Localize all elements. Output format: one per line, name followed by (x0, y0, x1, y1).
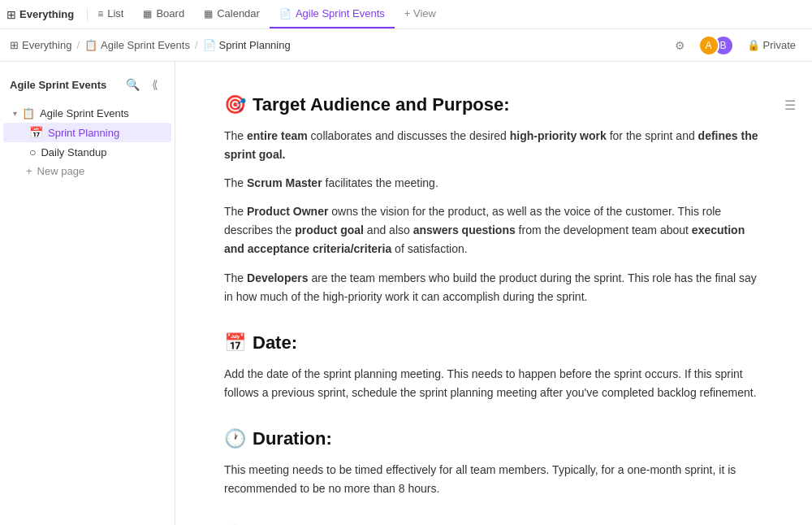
everything-label: Everything (19, 8, 74, 20)
tab-add-view[interactable]: + View (395, 0, 446, 28)
sidebar: Agile Sprint Events 🔍 ⟪ ▾ 📋 Agile Sprint… (0, 62, 175, 525)
tab-add-view-label: + View (404, 7, 436, 20)
bold-answers-questions: answers questions (413, 223, 516, 236)
sidebar-add-new-label: New page (37, 165, 85, 177)
content-area: ☰ 🎯 Target Audience and Purpose: The ent… (175, 62, 812, 525)
page-icon-breadcrumb: 📄 (203, 39, 216, 51)
grid-icon-breadcrumb: ⊞ (10, 39, 19, 51)
heading-target-audience: 🎯 Target Audience and Purpose: (224, 94, 763, 115)
tab-agile-label: Agile Sprint Events (296, 7, 385, 20)
bold-product-owner: Product Owner (247, 205, 328, 218)
sidebar-collapse-button[interactable]: ⟪ (145, 75, 165, 94)
sidebar-add-new-page[interactable]: + New page (3, 162, 171, 180)
private-button[interactable]: 🔒 Private (741, 36, 802, 54)
sidebar-actions: 🔍 ⟪ (123, 75, 165, 94)
plus-icon: + (26, 165, 32, 177)
section-date: 📅 Date: Add the date of the sprint plann… (224, 332, 763, 402)
breadcrumb-bar: ⊞ Everything / 📋 Agile Sprint Events / 📄… (0, 29, 812, 62)
heading-target-audience-text: Target Audience and Purpose: (253, 94, 510, 115)
paragraph-ta-2: The Scrum Master facilitates the meeting… (224, 174, 763, 193)
search-icon: 🔍 (126, 78, 140, 91)
breadcrumb-everything-label: Everything (22, 39, 71, 51)
sidebar-item-daily-standup[interactable]: ○ Daily Standup (3, 142, 171, 162)
lock-icon: 🔒 (747, 39, 760, 51)
section-duration: 🕐 Duration: This meeting needs to be tim… (224, 428, 763, 498)
breadcrumb-agile-label: Agile Sprint Events (101, 39, 190, 51)
chevron-icon: ▾ (13, 109, 17, 118)
breadcrumb-sep-1: / (76, 39, 80, 51)
heading-duration: 🕐 Duration: (224, 428, 763, 449)
tab-calendar-label: Calendar (217, 7, 260, 20)
clock-emoji: 🕐 (224, 428, 246, 449)
sidebar-item-daily-standup-label: Daily Standup (41, 146, 106, 158)
breadcrumb-sprint-planning[interactable]: 📄 Sprint Planning (203, 39, 291, 51)
settings-icon: ⚙ (675, 39, 685, 52)
avatar-group: A B (698, 35, 734, 56)
sidebar-title: Agile Sprint Events (10, 79, 106, 91)
sidebar-item-sprint-planning[interactable]: 📅 Sprint Planning (3, 123, 171, 142)
page-icon: 📄 (279, 8, 292, 20)
tab-agile-sprint-events[interactable]: 📄 Agile Sprint Events (270, 0, 395, 28)
top-nav-everything[interactable]: ⊞ Everything (6, 8, 88, 21)
breadcrumb-everything[interactable]: ⊞ Everything (10, 39, 71, 51)
sidebar-header: Agile Sprint Events 🔍 ⟪ (0, 68, 175, 101)
tab-board[interactable]: ▦ Board (133, 0, 194, 28)
grid-icon: ⊞ (6, 8, 16, 21)
list-icon: ≡ (97, 8, 103, 20)
tab-calendar[interactable]: ▦ Calendar (194, 0, 270, 28)
heading-date-text: Date: (253, 332, 297, 354)
toc-icon: ☰ (784, 98, 796, 112)
tab-list-label: List (107, 7, 123, 20)
sidebar-item-sprint-planning-label: Sprint Planning (48, 127, 119, 139)
private-label: Private (763, 39, 796, 51)
breadcrumb-sep-2: / (195, 39, 198, 51)
toc-button[interactable]: ☰ (784, 98, 796, 113)
bold-developers: Developers (247, 271, 308, 284)
bold-product-goal: product goal (295, 223, 364, 236)
collapse-icon: ⟪ (152, 78, 158, 91)
heading-date: 📅 Date: (224, 332, 763, 354)
paragraph-duration-1: This meeting needs to be timed effective… (224, 461, 763, 498)
calendar-emoji: 📅 (224, 332, 246, 354)
main-layout: Agile Sprint Events 🔍 ⟪ ▾ 📋 Agile Sprint… (0, 62, 812, 525)
sidebar-section: ▾ 📋 Agile Sprint Events 📅 Sprint Plannin… (0, 104, 175, 180)
bold-entire-team: entire team (247, 129, 308, 142)
calendar-icon: ▦ (204, 8, 213, 20)
bold-scrum-master: Scrum Master (247, 176, 322, 189)
top-nav-tabs: ≡ List ▦ Board ▦ Calendar 📄 Agile Sprint… (88, 0, 446, 28)
breadcrumb-agile[interactable]: 📋 Agile Sprint Events (84, 39, 190, 51)
board-icon: ▦ (143, 8, 152, 20)
paragraph-ta-3: The Product Owner owns the vision for th… (224, 202, 763, 258)
breadcrumb-right: ⚙ A B 🔒 Private (669, 34, 802, 57)
tab-list[interactable]: ≡ List (88, 0, 133, 28)
clipboard-icon: 📋 (84, 39, 97, 51)
paragraph-ta-1: The entire team collaborates and discuss… (224, 127, 763, 164)
heading-duration-text: Duration: (253, 428, 332, 449)
sidebar-parent-icon: 📋 (22, 107, 35, 119)
bold-high-priority: high-priority work (510, 129, 607, 142)
paragraph-ta-4: The Developers are the team members who … (224, 269, 763, 306)
circle-icon: ○ (29, 145, 36, 158)
tab-board-label: Board (156, 7, 184, 20)
section-target-audience: 🎯 Target Audience and Purpose: The entir… (224, 94, 763, 306)
paragraph-date-1: Add the date of the sprint planning meet… (224, 365, 763, 402)
calendar-item-icon: 📅 (29, 126, 43, 139)
sidebar-search-button[interactable]: 🔍 (123, 75, 142, 94)
sidebar-parent-label: Agile Sprint Events (40, 107, 129, 119)
sidebar-parent-agile[interactable]: ▾ 📋 Agile Sprint Events (3, 104, 171, 123)
top-nav: ⊞ Everything ≡ List ▦ Board ▦ Calendar 📄… (0, 0, 812, 29)
target-emoji: 🎯 (224, 94, 246, 115)
breadcrumb-sprint-planning-label: Sprint Planning (219, 39, 291, 51)
avatar-1: A (698, 35, 719, 56)
settings-button[interactable]: ⚙ (669, 34, 692, 57)
